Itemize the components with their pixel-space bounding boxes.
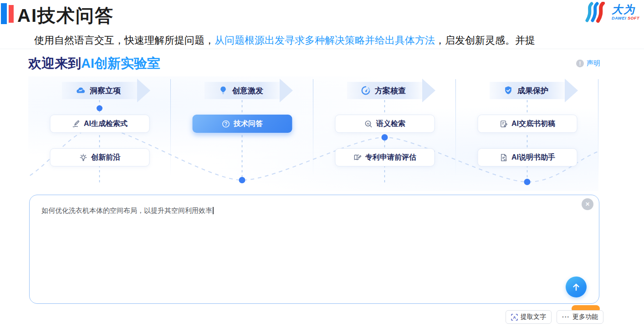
tool-button-tech-qa-active[interactable]: 技术问答 — [192, 115, 292, 133]
column-title: 成果保护 — [517, 86, 548, 96]
svg-text:A: A — [513, 315, 516, 319]
shield-check-icon — [503, 86, 513, 96]
gauge-icon — [361, 86, 371, 96]
tool-button-label: 专利申请前评估 — [365, 153, 416, 162]
column-header-protection: 成果保护 — [490, 82, 565, 99]
tool-button-semantic-search[interactable]: AI 语义检索 — [335, 115, 434, 133]
book-review-icon — [353, 153, 362, 162]
tool-button-label: 语义检索 — [376, 119, 405, 129]
title-accent-bar-red — [9, 5, 14, 23]
column-header-insight: 洞察立项 — [62, 82, 137, 99]
column-title: 洞察立项 — [90, 86, 121, 96]
welcome-prefix: 欢迎来到 — [28, 56, 81, 70]
column-insight: 洞察立项 AI生成检索式 创新前沿 — [28, 76, 171, 191]
disclaimer-link[interactable]: ! 声明 — [576, 59, 600, 68]
svg-text:AI: AI — [504, 159, 506, 161]
tool-button-innovation-frontier[interactable]: 创新前沿 — [50, 148, 149, 166]
question-circle-icon — [221, 120, 230, 128]
welcome-heading: 欢迎来到AI创新实验室 — [28, 55, 160, 73]
column-verification: 方案核查 AI 语义检索 专利申请前评估 — [313, 76, 456, 191]
tool-button-label: 技术问答 — [234, 119, 263, 129]
tool-button-label: AI交底书初稿 — [511, 119, 555, 129]
disclaimer-label: 声明 — [587, 59, 600, 68]
question-input-text[interactable]: 如何优化洗衣机本体的空间布局，以提升其空间利用效率 — [41, 205, 540, 216]
page-title: AI技术问答 — [17, 3, 114, 28]
tool-button-ai-specification-assistant[interactable]: AI AI说明书助手 — [477, 148, 577, 166]
send-button[interactable] — [566, 277, 587, 297]
tool-button-ai-disclosure-draft[interactable]: AI交底书初稿 — [477, 115, 577, 133]
title-accent-bar-blue — [1, 3, 7, 24]
footer-actions: A 提取文字 ··· 更多功能 — [506, 310, 603, 324]
extract-text-button[interactable]: A 提取文字 — [506, 310, 552, 324]
logo-waves-icon — [584, 2, 610, 23]
doc-draft-icon — [499, 120, 508, 128]
ellipsis-icon: ··· — [562, 314, 570, 320]
info-circle-icon: ! — [576, 60, 584, 67]
column-ideation: 创意激发 技术问答 — [171, 76, 313, 191]
close-icon: ✕ — [585, 201, 590, 207]
text-caret — [213, 207, 214, 214]
arrow-up-icon — [571, 282, 582, 292]
ai-search-icon: AI — [364, 120, 373, 128]
tool-button-label: 创新前沿 — [91, 153, 120, 162]
tool-button-label: AI生成检索式 — [84, 119, 128, 129]
more-features-label: 更多功能 — [572, 313, 598, 321]
dawei-soft-logo: 大为 DAWEISOFT — [584, 2, 639, 23]
column-header-ideation: 创意激发 — [204, 82, 280, 99]
lightbulb-icon — [218, 86, 228, 96]
logo-text-en: DAWEISOFT — [612, 16, 639, 20]
text-scan-icon: A — [511, 314, 518, 321]
clear-input-button[interactable]: ✕ — [582, 198, 593, 210]
header-divider — [0, 49, 644, 49]
tool-button-ai-search-query[interactable]: AI生成检索式 — [50, 115, 149, 133]
more-features-button[interactable]: ··· 更多功能 — [557, 310, 603, 324]
svg-text:AI: AI — [367, 122, 369, 125]
pen-signature-icon — [72, 120, 80, 128]
question-input-area[interactable]: 如何优化洗衣机本体的空间布局，以提升其空间利用效率 ✕ — [29, 195, 599, 304]
logo-text-cn: 大为 — [612, 4, 639, 15]
subtitle-highlight: 从问题根源出发寻求多种解决策略并给出具体方法 — [215, 35, 435, 46]
column-header-verification: 方案核查 — [347, 82, 422, 99]
tool-button-label: AI说明书助手 — [511, 153, 555, 162]
doc-ai-icon: AI — [499, 153, 508, 162]
tool-button-pre-filing-evaluation[interactable]: 专利申请前评估 — [335, 148, 434, 166]
column-title: 创意激发 — [232, 86, 263, 96]
column-title: 方案核查 — [375, 86, 406, 96]
extract-text-label: 提取文字 — [521, 313, 546, 321]
workflow-panel: 洞察立项 AI生成检索式 创新前沿 创意激发 — [28, 76, 598, 191]
page-subtitle: 使用自然语言交互，快速理解所提问题，从问题根源出发寻求多种解决策略并给出具体方法… — [34, 34, 535, 47]
welcome-highlight: AI创新实验室 — [81, 56, 160, 70]
idea-bulb-icon — [79, 153, 87, 162]
subtitle-post: ，启发创新灵感。并提 — [435, 35, 535, 46]
column-protection: 成果保护 AI交底书初稿 AI AI说明书助手 — [456, 76, 598, 191]
cloud-trend-icon — [76, 86, 86, 96]
subtitle-pre: 使用自然语言交互，快速理解所提问题， — [34, 35, 215, 46]
